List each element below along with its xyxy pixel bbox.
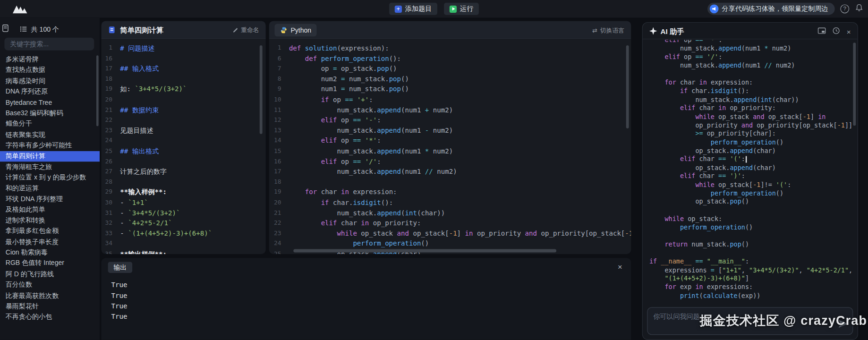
ai-code-line: op_stack.pop(): [643, 198, 852, 206]
line-number: 17: [102, 64, 120, 74]
sidebar-item[interactable]: 链表聚集实现: [0, 129, 100, 140]
problem-title: 简单四则计算: [120, 26, 163, 35]
sidebar-item[interactable]: 百分位数: [0, 280, 100, 290]
pop-out-icon[interactable]: [818, 26, 826, 37]
sidebar-scrollbar[interactable]: [96, 55, 99, 126]
code-line: 1# 问题描述: [102, 43, 266, 53]
line-number: 29: [102, 187, 120, 198]
search-input[interactable]: [4, 38, 94, 51]
ai-assistant-panel: AI 助手 × elif op == '*': num_stack.append…: [642, 22, 858, 340]
help-icon[interactable]: ?: [840, 4, 849, 13]
ai-header: AI 助手 ×: [643, 23, 858, 39]
code-line: 6 def perform_operation():: [269, 53, 631, 64]
code-line: 33- `(1+(4+5+2)-3)+(6+8)`: [102, 229, 266, 239]
run-label: 运行: [460, 4, 473, 14]
sidebar-item[interactable]: 最小替换子串长度: [0, 237, 100, 247]
code-line: 24 perform_operation(): [269, 239, 631, 249]
sidebar-item[interactable]: 进制求和转换: [0, 215, 100, 226]
output-tab[interactable]: 输出: [108, 262, 133, 272]
ai-code-line: while op_stack and op_stack[-1] in: [643, 113, 852, 121]
line-number: 20: [102, 94, 120, 105]
app-logo-icon[interactable]: [12, 4, 28, 16]
sidebar-item[interactable]: RGB 色值转 Integer: [0, 258, 100, 269]
sidebar-item[interactable]: 及格如此简单: [0, 204, 100, 215]
sidebar-item[interactable]: DNA 序列还原: [0, 86, 100, 97]
ai-code-line: [643, 232, 852, 240]
code-line: 13 num_stack.append(num1 - num2): [269, 126, 631, 136]
sidebar-item[interactable]: 暴雨梨花针: [0, 301, 100, 312]
sidebar-item[interactable]: 多米诺骨牌: [0, 54, 100, 65]
promo-banner[interactable]: 分享代码练习体验，领限量定制周边: [707, 3, 835, 15]
language-tab-python[interactable]: Python: [274, 24, 317, 36]
sidebar-item[interactable]: 青海湖租车之旅: [0, 162, 100, 172]
code-line: 21 num_stack.append(int(char)): [269, 208, 631, 218]
editor-vertical-scrollbar[interactable]: [626, 45, 629, 128]
ai-code-line: num_stack.append(num1 // num2): [643, 61, 852, 70]
ai-code-line: elif char in op_priority:: [643, 104, 852, 113]
line-number: 18: [102, 74, 120, 85]
code-line: 24: [102, 136, 266, 146]
description-scrollbar[interactable]: [260, 45, 263, 134]
sidebar-item[interactable]: 比赛最高获胜次数: [0, 290, 100, 301]
line-number: 21: [102, 105, 120, 115]
problem-count-label: 共 100 个: [31, 25, 59, 34]
sidebar-item[interactable]: 简单四则计算: [0, 151, 100, 162]
editor-horizontal-scrollbar[interactable]: [293, 249, 556, 252]
code-line: 28: [102, 177, 266, 187]
rename-button[interactable]: 重命名: [232, 26, 259, 34]
code-line: 26: [102, 156, 266, 167]
output-line: True: [111, 290, 128, 301]
code-line: 22 elif char in op_priority:: [269, 218, 631, 229]
line-number: 30: [102, 197, 120, 208]
sidebar-item[interactable]: 查找热点数据: [0, 65, 100, 76]
add-problem-button[interactable]: + 添加题目: [389, 3, 437, 15]
sidebar-item[interactable]: Bytedance Tree: [0, 97, 100, 108]
ai-code-line: perform_operation(): [643, 138, 852, 147]
line-number: 8: [269, 74, 289, 85]
code-line: 18: [269, 177, 631, 187]
switch-language-button[interactable]: ⇄ 切换语言: [592, 26, 624, 35]
sidebar-item[interactable]: 病毒感染时间: [0, 76, 100, 86]
ai-code-line: return num_stack.pop(): [643, 240, 852, 249]
code-line: 20: [102, 94, 266, 105]
line-number: 31: [102, 208, 120, 218]
ai-code-line: op_priority and op_priority[op_stack[-1]…: [643, 121, 852, 130]
run-button[interactable]: 运行: [444, 3, 479, 15]
python-icon: [280, 26, 287, 34]
editor-body[interactable]: 1def solution(expression):6 def perform_…: [269, 39, 631, 254]
sidebar-item[interactable]: 字符串有多少种可能性: [0, 140, 100, 151]
problem-list: 多米诺骨牌查找热点数据病毒感染时间DNA 序列还原Bytedance TreeB…: [0, 54, 100, 323]
line-number: 13: [269, 126, 289, 136]
code-line: 12 elif op == '-':: [269, 115, 631, 126]
line-number: 22: [102, 115, 120, 126]
code-line: 35**输出样例**:: [102, 249, 266, 254]
code-line: 21## 数据约束: [102, 105, 266, 115]
line-number: 20: [269, 197, 289, 208]
notifications-bell-icon[interactable]: [855, 3, 864, 14]
output-close-icon[interactable]: ×: [618, 263, 622, 272]
sidebar-item[interactable]: 和的逆运算: [0, 183, 100, 194]
line-number: 25: [102, 146, 120, 156]
ai-code-line: op_stack.append(char): [643, 164, 852, 172]
pencil-icon: [232, 27, 238, 33]
line-number: 33: [102, 229, 120, 239]
sidebar-item[interactable]: 阿 D 的飞行路线: [0, 269, 100, 280]
ai-scrollbar[interactable]: [853, 42, 856, 126]
sidebar-item[interactable]: Cion 勒索病毒: [0, 247, 100, 258]
code-line: 23见题目描述: [102, 126, 266, 136]
sidebar-item[interactable]: 不再贪心的小包: [0, 312, 100, 323]
ai-close-icon[interactable]: ×: [847, 27, 851, 36]
line-number: 19: [102, 85, 120, 95]
line-number: 15: [269, 146, 289, 156]
line-number: 16: [102, 53, 120, 64]
sidebar-item[interactable]: 环状 DNA 序列整理: [0, 194, 100, 204]
app-root: + 添加题目 运行 分享代码练习体验，领限量定制周边 ?: [0, 0, 868, 340]
play-icon: [450, 5, 457, 12]
sidebar-item[interactable]: 拿到最多红包金额: [0, 226, 100, 237]
line-number: 1: [102, 43, 120, 53]
history-icon[interactable]: [832, 26, 841, 37]
ai-code-line: [643, 206, 852, 215]
sidebar-item[interactable]: 计算位置 x 到 y 的最少步数: [0, 172, 100, 183]
sidebar-item[interactable]: 鲻鱼分干: [0, 119, 100, 129]
sidebar-item[interactable]: Base32 编码和解码: [0, 108, 100, 119]
